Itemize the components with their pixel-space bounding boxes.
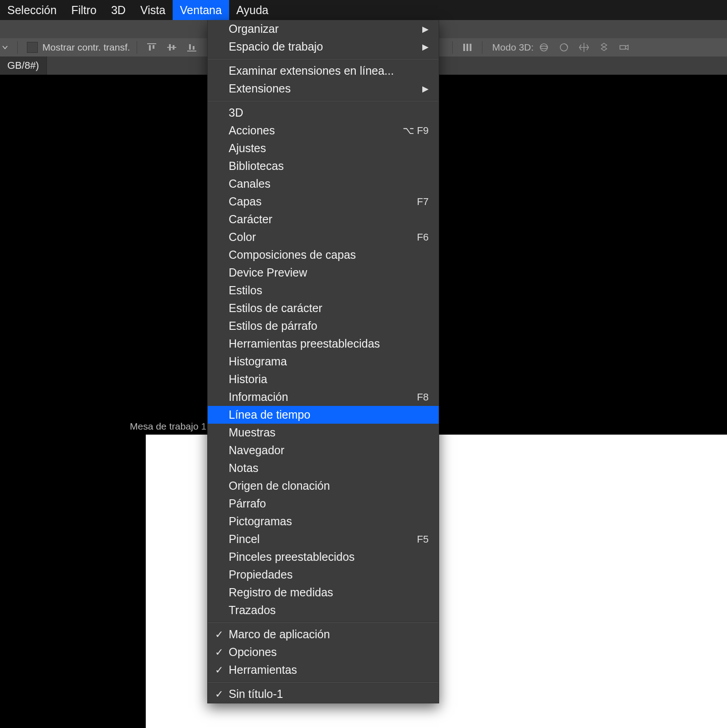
menu-item-label: Espacio de trabajo [229,40,323,53]
check-icon: ✓ [215,664,223,676]
menu-item[interactable]: Registro de medidas [208,584,439,601]
svg-rect-9 [463,44,465,51]
menu-item[interactable]: Extensiones▶ [208,80,439,97]
menu-item[interactable]: Ajustes [208,139,439,157]
3d-orbit-icon[interactable] [538,41,550,54]
svg-rect-6 [187,51,196,51]
menu-item[interactable]: PincelF5 [208,530,439,548]
menu-item[interactable]: Propiedades [208,566,439,584]
menu-filtro[interactable]: Filtro [64,0,104,20]
menu-item-label: Propiedades [229,568,292,581]
menu-item[interactable]: Estilos [208,282,439,299]
menu-item[interactable]: Pictogramas [208,513,439,530]
submenu-arrow-icon: ▶ [422,42,429,52]
menu-item-label: Trazados [229,604,276,617]
svg-rect-5 [173,45,174,50]
menu-item[interactable]: Carácter [208,210,439,228]
align-top-icon[interactable] [145,41,158,54]
menu-item[interactable]: ✓Herramientas [208,661,439,679]
menu-item[interactable]: Párrafo [208,495,439,513]
menu-item[interactable]: CapasF7 [208,193,439,210]
panel-toggle-icon[interactable] [461,41,474,54]
menu-item-label: 3D [229,106,243,119]
menu-item[interactable]: ColorF6 [208,228,439,246]
svg-rect-11 [470,44,471,51]
menu-item-label: Línea de tiempo [229,408,310,421]
menu-vista[interactable]: Vista [133,0,173,20]
menu-item[interactable]: Device Preview [208,264,439,282]
menu-item[interactable]: Origen de clonación [208,477,439,495]
menu-seleccion[interactable]: Selección [0,0,64,20]
menu-ayuda[interactable]: Ayuda [229,0,276,20]
menu-item[interactable]: Pinceles preestablecidos [208,548,439,566]
menu-item-label: Examinar extensiones en línea... [229,64,394,77]
menu-shortcut: F5 [417,533,429,545]
menu-item[interactable]: Muestras [208,424,439,441]
document-tab[interactable]: GB/8#) [0,56,47,75]
menu-separator [208,58,439,59]
menu-item[interactable]: Navegador [208,441,439,459]
separator [137,41,137,54]
menu-shortcut: F6 [417,231,429,243]
svg-rect-1 [149,45,151,51]
menu-item-label: Muestras [229,426,276,439]
align-vcenter-icon[interactable] [165,41,178,54]
separator [452,41,453,54]
menu-3d[interactable]: 3D [104,0,133,20]
svg-rect-10 [466,44,468,51]
menu-item-label: Estilos [229,284,262,297]
menu-separator [208,100,439,101]
menu-item-label: Pincel [229,533,260,546]
menu-item[interactable]: ✓Marco de aplicación [208,625,439,643]
menu-item[interactable]: Espacio de trabajo▶ [208,38,439,56]
menu-item-label: Estilos de carácter [229,302,323,315]
3d-camera-icon[interactable] [618,41,630,54]
menu-item[interactable]: Historia [208,370,439,388]
menu-item[interactable]: Línea de tiempo [208,406,439,424]
ventana-dropdown: Organizar▶Espacio de trabajo▶Examinar ex… [207,20,439,703]
menu-item-label: Carácter [229,213,272,226]
menu-item[interactable]: Histograma [208,353,439,370]
check-icon: ✓ [215,646,223,658]
svg-rect-15 [620,46,625,49]
menu-item[interactable]: Organizar▶ [208,20,439,38]
menu-item-label: Historia [229,373,267,386]
menu-item[interactable]: Trazados [208,601,439,619]
3d-pan-icon[interactable] [578,41,590,54]
menu-item[interactable]: Composiciones de capas [208,246,439,264]
show-transform-controls-checkbox[interactable] [27,42,38,53]
menu-item[interactable]: Examinar extensiones en línea... [208,62,439,80]
menu-item[interactable]: Acciones⌥ F9 [208,122,439,139]
tool-preset-dropdown-icon[interactable] [0,42,10,52]
menu-item[interactable]: Notas [208,459,439,477]
check-icon: ✓ [215,688,223,700]
menu-item-label: Marco de aplicación [229,628,330,641]
menu-item[interactable]: Canales [208,175,439,193]
separator [17,41,18,54]
menu-item[interactable]: ✓Sin título-1 [208,685,439,703]
3d-slide-icon[interactable] [598,41,610,54]
menu-shortcut: F7 [417,196,429,208]
artboard-label[interactable]: Mesa de trabajo 1 [130,421,206,432]
menu-item[interactable]: Estilos de carácter [208,299,439,317]
svg-point-12 [540,44,548,51]
svg-rect-7 [189,44,191,50]
menu-item[interactable]: ✓Opciones [208,643,439,661]
svg-rect-8 [193,46,195,50]
3d-roll-icon[interactable] [558,41,570,54]
menu-item[interactable]: 3D [208,104,439,122]
menu-item[interactable]: Estilos de párrafo [208,317,439,335]
menu-item-label: Bibliotecas [229,159,284,173]
svg-rect-0 [147,43,156,44]
menu-item[interactable]: Herramientas preestablecidas [208,335,439,353]
svg-rect-4 [169,44,171,51]
menu-item[interactable]: InformaciónF8 [208,388,439,406]
menu-item-label: Histograma [229,355,287,368]
menu-ventana[interactable]: Ventana [173,0,229,20]
align-bottom-icon[interactable] [185,41,198,54]
menu-item[interactable]: Bibliotecas [208,157,439,175]
menu-item-label: Device Preview [229,266,307,279]
menu-item-label: Pictogramas [229,515,292,528]
menu-shortcut: ⌥ F9 [403,125,429,137]
menu-item-label: Extensiones [229,82,291,95]
